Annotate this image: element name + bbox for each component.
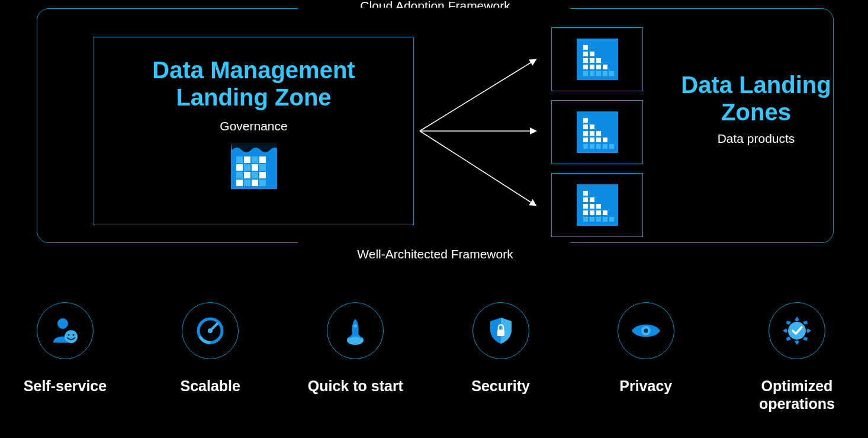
svg-rect-60 bbox=[590, 210, 594, 215]
svg-point-69 bbox=[65, 330, 78, 343]
svg-rect-61 bbox=[596, 210, 601, 215]
svg-rect-67 bbox=[609, 217, 614, 222]
svg-rect-24 bbox=[583, 58, 588, 63]
svg-rect-5 bbox=[236, 164, 243, 171]
svg-rect-53 bbox=[583, 191, 588, 196]
svg-rect-33 bbox=[596, 71, 601, 76]
svg-rect-57 bbox=[590, 204, 594, 209]
svg-rect-44 bbox=[590, 138, 594, 142]
svg-rect-51 bbox=[609, 144, 614, 149]
svg-rect-32 bbox=[590, 71, 594, 76]
svg-rect-63 bbox=[583, 217, 588, 222]
data-management-subtitle: Governance bbox=[94, 119, 413, 133]
svg-rect-43 bbox=[583, 138, 588, 142]
feature-security: Security bbox=[448, 302, 554, 395]
dlz-title-line2: Zones bbox=[721, 99, 791, 125]
svg-rect-38 bbox=[583, 124, 588, 129]
svg-point-71 bbox=[72, 334, 74, 335]
svg-rect-3 bbox=[252, 156, 258, 163]
landing-zone-icon bbox=[577, 111, 618, 153]
svg-rect-11 bbox=[252, 172, 258, 178]
framework-panel: Cloud Adoption Framework Data Management… bbox=[37, 0, 834, 270]
data-management-box: Data Management Landing Zone Governance bbox=[94, 37, 414, 225]
svg-rect-22 bbox=[583, 52, 588, 56]
landing-zone-box bbox=[551, 173, 643, 237]
svg-rect-48 bbox=[590, 144, 594, 149]
feature-optimized-ops: Optimized operations bbox=[738, 302, 856, 413]
gear-check-icon bbox=[769, 302, 825, 359]
svg-rect-35 bbox=[609, 71, 614, 76]
feature-label: Optimized operations bbox=[738, 377, 856, 413]
svg-rect-16 bbox=[259, 180, 266, 186]
feature-label: Quick to start bbox=[308, 377, 403, 395]
svg-rect-29 bbox=[596, 65, 601, 69]
landing-zone-icon bbox=[577, 184, 618, 226]
svg-rect-23 bbox=[590, 52, 594, 56]
svg-rect-28 bbox=[590, 65, 594, 69]
svg-rect-39 bbox=[590, 124, 594, 129]
svg-rect-6 bbox=[244, 164, 250, 171]
svg-rect-2 bbox=[244, 156, 250, 163]
svg-rect-4 bbox=[259, 156, 266, 163]
svg-point-75 bbox=[353, 324, 357, 328]
svg-rect-46 bbox=[603, 138, 607, 142]
dm-title-line2: Landing Zone bbox=[176, 84, 331, 110]
data-management-title: Data Management Landing Zone bbox=[94, 56, 413, 111]
svg-rect-41 bbox=[590, 131, 594, 136]
svg-rect-9 bbox=[236, 172, 243, 178]
landing-zone-icon bbox=[577, 39, 618, 80]
feature-label: Self-service bbox=[24, 377, 107, 395]
data-landing-title: Data Landing Zones bbox=[658, 71, 854, 126]
dlz-title-line1: Data Landing bbox=[681, 72, 831, 98]
svg-point-70 bbox=[67, 334, 69, 335]
svg-rect-45 bbox=[596, 138, 601, 142]
svg-line-74 bbox=[210, 324, 217, 331]
data-landing-subtitle: Data products bbox=[658, 132, 854, 146]
svg-point-78 bbox=[644, 329, 648, 333]
svg-point-68 bbox=[57, 318, 68, 329]
svg-rect-30 bbox=[603, 65, 607, 69]
svg-rect-42 bbox=[596, 131, 601, 136]
svg-rect-26 bbox=[596, 58, 601, 63]
svg-rect-76 bbox=[497, 330, 504, 336]
svg-rect-31 bbox=[583, 71, 588, 76]
svg-rect-14 bbox=[244, 180, 250, 186]
self-service-icon bbox=[37, 302, 94, 359]
svg-rect-66 bbox=[603, 217, 607, 222]
feature-label: Privacy bbox=[619, 377, 672, 395]
svg-rect-27 bbox=[583, 65, 588, 69]
landing-zone-box bbox=[551, 100, 643, 164]
svg-rect-37 bbox=[583, 118, 588, 123]
svg-rect-12 bbox=[259, 172, 266, 178]
shield-lock-icon bbox=[472, 302, 529, 359]
svg-rect-1 bbox=[236, 156, 243, 163]
svg-rect-7 bbox=[252, 164, 258, 171]
feature-quick-to-start: Quick to start bbox=[302, 302, 409, 395]
feature-scalable: Scalable bbox=[157, 302, 263, 395]
eye-icon bbox=[618, 302, 674, 359]
data-landing-text: Data Landing Zones Data products bbox=[658, 71, 854, 146]
svg-rect-49 bbox=[596, 144, 601, 149]
dm-title-line1: Data Management bbox=[152, 57, 355, 83]
svg-rect-13 bbox=[236, 180, 243, 186]
svg-rect-64 bbox=[590, 217, 594, 222]
svg-rect-59 bbox=[583, 210, 588, 215]
svg-rect-40 bbox=[583, 131, 588, 136]
svg-rect-10 bbox=[244, 172, 250, 178]
svg-rect-21 bbox=[583, 45, 588, 50]
framework-bottom-label: Well-Architected Framework bbox=[37, 247, 834, 261]
svg-rect-47 bbox=[583, 144, 588, 149]
svg-rect-55 bbox=[590, 197, 594, 202]
svg-rect-50 bbox=[603, 144, 607, 149]
gauge-icon bbox=[182, 302, 239, 359]
svg-point-79 bbox=[788, 322, 806, 340]
svg-rect-34 bbox=[603, 71, 607, 76]
svg-rect-15 bbox=[252, 180, 258, 186]
feature-row: Self-service Scalable Quick to start bbox=[12, 302, 856, 413]
svg-rect-62 bbox=[603, 210, 607, 215]
feature-privacy: Privacy bbox=[593, 302, 699, 395]
svg-rect-56 bbox=[583, 204, 588, 209]
rocket-icon bbox=[327, 302, 384, 359]
data-lake-icon bbox=[231, 143, 277, 191]
svg-rect-58 bbox=[596, 204, 601, 209]
